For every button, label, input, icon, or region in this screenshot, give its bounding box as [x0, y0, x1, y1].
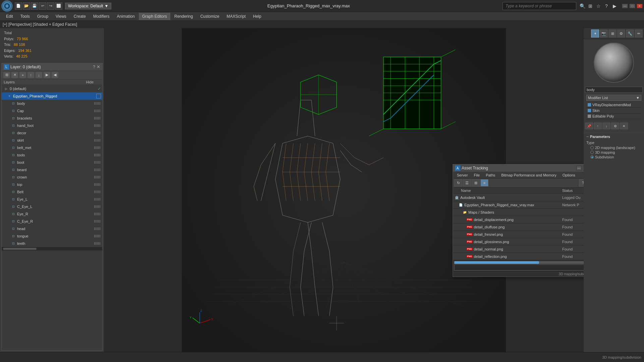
close-button[interactable]: ✕	[637, 4, 643, 8]
layer-item-eye-r[interactable]: ⊡ Eye_R	[2, 210, 102, 218]
utilities-icon[interactable]: 🔧	[626, 29, 634, 38]
lighting-icon[interactable]: ✦	[591, 29, 599, 38]
layer-item-egyptian[interactable]: ▼ Egyptian_Pharaoh_Rigged	[2, 92, 102, 100]
modifier-item-skin[interactable]: Skin	[586, 108, 641, 114]
app-logo[interactable]	[1, 0, 13, 12]
asset-menu-file[interactable]: File	[471, 173, 482, 177]
layer-scrollbar-thumb[interactable]	[3, 248, 37, 250]
asset-row-maps[interactable]: 📁 Maps / Shaders	[453, 209, 584, 216]
menu-customize[interactable]: Customize	[197, 13, 223, 20]
layer-item-tongue[interactable]: ⊡ tongue	[2, 232, 102, 240]
pin-button[interactable]: 📌	[585, 123, 593, 129]
layer-panel-help-button[interactable]: ?	[93, 65, 95, 69]
radio-3d-mapping[interactable]: 3D mapping	[590, 150, 641, 154]
layer-item-top[interactable]: ⊡ top	[2, 181, 102, 188]
menu-help[interactable]: Help	[250, 13, 265, 20]
asset-minimize-button[interactable]: —	[576, 166, 582, 170]
modifier-item-epoly[interactable]: Editable Poly	[586, 114, 641, 119]
layer-panel-close-button[interactable]: ✕	[97, 64, 100, 69]
layer-tool-delete[interactable]: ✕	[11, 72, 18, 78]
camera-icon[interactable]: 📷	[600, 29, 608, 38]
hierarchy-icon[interactable]: ⊞	[608, 29, 617, 38]
asset-tool-list[interactable]: ☰	[463, 179, 471, 187]
layer-tool-move[interactable]: ↑	[27, 72, 35, 78]
menu-maxscript[interactable]: MAXScript	[223, 13, 249, 20]
asset-tool-grid-view[interactable]: ⊞	[472, 179, 480, 187]
arrow-icon[interactable]: ▶	[611, 3, 618, 9]
layer-item-beltmet[interactable]: ⊡ belt_met	[2, 144, 102, 151]
layer-item-body[interactable]: ⊡ body	[2, 100, 102, 107]
asset-row-reflection[interactable]: PNG detail_reflection.png Found	[453, 253, 584, 260]
layer-item-crown[interactable]: ⊡ crown	[2, 173, 102, 181]
asset-row-glossiness[interactable]: PNG detail_glossiness.png Found	[453, 238, 584, 245]
asset-row-fresnel[interactable]: PNG detail_fresnel.png Found	[453, 231, 584, 238]
radio-2d-mapping[interactable]: 2D mapping (landscape)	[590, 146, 641, 150]
menu-create[interactable]: Create	[70, 13, 89, 20]
layer-tool-add[interactable]: +	[19, 72, 26, 78]
menu-animation[interactable]: Animation	[114, 13, 138, 20]
layer-item-eye-l[interactable]: ⊡ Eye_L	[2, 196, 102, 203]
question-icon[interactable]: ?	[603, 3, 610, 9]
layer-item-ceye-l[interactable]: ⊡ C_Eye_L	[2, 203, 102, 210]
menu-group[interactable]: Group	[34, 13, 52, 20]
asset-menu-paths[interactable]: Paths	[483, 173, 498, 177]
minimize-button[interactable]: —	[622, 4, 628, 8]
workspace-dropdown[interactable]: Workspace: Default ▼	[65, 3, 111, 9]
object-name-input[interactable]	[585, 87, 643, 93]
search-icon[interactable]: 🔍	[579, 3, 586, 9]
move-up-button[interactable]: ↑	[594, 123, 602, 129]
grid-icon[interactable]: ⊞	[587, 3, 594, 9]
layer-item-default[interactable]: ▷ 0 (default) ✓	[2, 85, 102, 92]
menu-edit[interactable]: Edit	[3, 13, 16, 20]
asset-menu-bitmap[interactable]: Bitmap Performance and Memory	[499, 173, 559, 177]
radio-subdivision[interactable]: Subdivision	[590, 155, 641, 159]
extra-icon[interactable]: ⬜	[55, 2, 62, 10]
delete-mod-button[interactable]: ✕	[620, 123, 628, 129]
move-down-button[interactable]: ↓	[602, 123, 610, 129]
layer-item-cap[interactable]: ⊡ Cap	[2, 107, 102, 115]
layer-item-boot[interactable]: ⊡ boot	[2, 159, 102, 166]
maximize-button[interactable]: □	[629, 4, 635, 8]
open-file-icon[interactable]: 📂	[23, 2, 30, 10]
asset-tool-refresh[interactable]: ↻	[454, 179, 462, 187]
render-settings-icon[interactable]: ⚙	[617, 29, 625, 38]
layer-item-beard[interactable]: ⊡ beard	[2, 166, 102, 173]
redo-icon[interactable]: ↪	[47, 2, 54, 10]
viewport[interactable]: X Y Z A Asset Tracking — □ ✕ Server File…	[104, 28, 584, 352]
menu-graph-editors[interactable]: Graph Editors	[139, 13, 170, 20]
configure-button[interactable]: ⚙	[611, 123, 619, 129]
layer-item-head[interactable]: ⊡ head	[2, 225, 102, 232]
layer-scrollbar[interactable]	[2, 247, 102, 250]
asset-tool-help[interactable]: ?	[579, 179, 584, 187]
asset-path-input[interactable]	[454, 265, 584, 271]
layer-item-tools[interactable]: ⊡ tools	[2, 151, 102, 159]
save-file-icon[interactable]: 💾	[31, 2, 38, 10]
params-collapse-icon[interactable]: −	[586, 134, 589, 139]
menu-views[interactable]: Views	[52, 13, 70, 20]
asset-menu-server[interactable]: Server	[454, 173, 470, 177]
asset-row-normal[interactable]: PNG detail_normal.png Found	[453, 245, 584, 253]
search-input[interactable]	[503, 2, 576, 10]
layer-item-skirt[interactable]: ⊡ skirt	[2, 137, 102, 144]
layer-item-bracelets[interactable]: ⊡ bracelets	[2, 115, 102, 122]
menu-tools[interactable]: Tools	[17, 13, 33, 20]
layer-item-hand-foot[interactable]: ⊡ hand_foot	[2, 122, 102, 129]
asset-row-diuffuse[interactable]: PNG detail_diuffuse.png Found	[453, 223, 584, 231]
asset-maximize-button[interactable]: □	[583, 166, 584, 170]
layer-tool-collapse[interactable]: ◀	[51, 72, 59, 78]
modifier-item-vray[interactable]: VRayDisplacementMod	[586, 102, 641, 108]
asset-row-displacement[interactable]: PNG detail_displacement.png Found	[453, 216, 584, 223]
layer-tool-grid[interactable]: ⊞	[3, 72, 10, 78]
undo-icon[interactable]: ↩	[39, 2, 46, 10]
star-icon[interactable]: ☆	[595, 3, 602, 9]
asset-row-vault[interactable]: 🏦 Autodesk Vault Logged Ou	[453, 194, 584, 201]
layer-tool-expand[interactable]: ▶	[43, 72, 51, 78]
edit-icon[interactable]: ✏	[635, 29, 643, 38]
asset-tool-detail[interactable]: ≡	[480, 179, 488, 187]
menu-modifiers[interactable]: Modifiers	[90, 13, 113, 20]
modifier-dropdown[interactable]: Modifier List ▼	[586, 95, 641, 101]
layer-tool-down[interactable]: ↓	[35, 72, 43, 78]
layer-item-ceye-r[interactable]: ⊡ C_Eye_R	[2, 218, 102, 225]
layer-item-teeth[interactable]: ⊡ teeth	[2, 240, 102, 247]
asset-menu-options[interactable]: Options	[560, 173, 578, 177]
